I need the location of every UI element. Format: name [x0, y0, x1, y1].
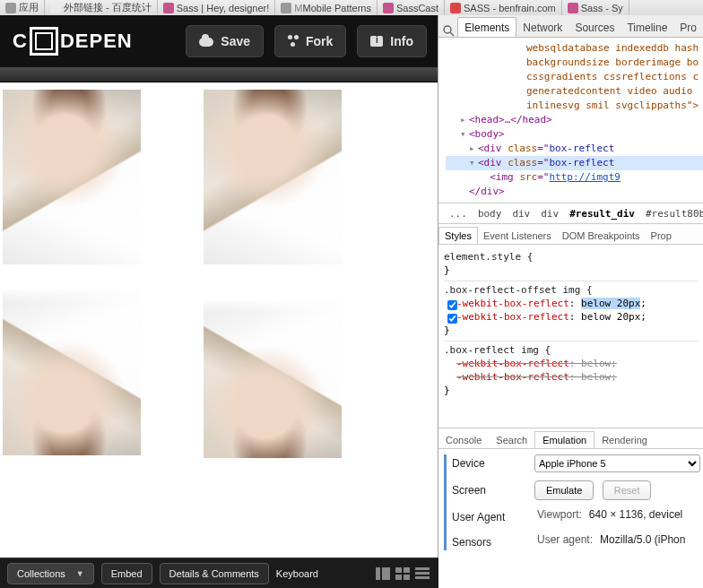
style-property-row[interactable]: -wekbit-box-reflect: below;	[444, 357, 698, 370]
save-button[interactable]: Save	[186, 25, 264, 57]
img-src-link[interactable]: http://imgt9	[550, 171, 621, 183]
property-value-selected[interactable]: below 20px	[581, 298, 640, 309]
browser-tab[interactable]: 外部链接 - 百度统计	[45, 0, 158, 15]
dom-node-body[interactable]: <body>	[469, 128, 505, 140]
reset-button[interactable]: Reset	[603, 480, 652, 500]
tab-dom-breakpoints[interactable]: DOM Breakpoints	[557, 228, 646, 244]
crumb[interactable]: #result80bc2	[646, 208, 703, 220]
portrait-reflection	[204, 300, 342, 458]
favicon-icon	[281, 3, 291, 13]
styles-tab-bar: Styles Event Listeners DOM Breakpoints P…	[438, 224, 703, 245]
dom-attributes-text: websqldatabase indexeddb hash background…	[446, 41, 703, 113]
codepen-logo[interactable]: CDEPEN	[13, 27, 133, 56]
style-property-row[interactable]: -wekbit-box-reflect: below 20px;	[444, 297, 698, 310]
browser-tab-label: Sass - Sy	[581, 3, 623, 13]
disclosure-triangle-icon[interactable]: ▾	[460, 127, 469, 142]
info-button[interactable]: Info	[357, 25, 427, 57]
portrait-image	[3, 90, 141, 264]
favicon-icon	[568, 3, 578, 13]
property-value: below	[581, 371, 611, 383]
tab-event-listeners[interactable]: Event Listeners	[478, 228, 557, 244]
property-name[interactable]: -webkit-box-reflect	[456, 311, 569, 323]
style-property-row[interactable]: -webkit-box-reflect: below;	[444, 370, 698, 384]
favicon-icon	[450, 3, 461, 13]
caret-down-icon: ▼	[76, 569, 84, 578]
crumb[interactable]: div	[541, 208, 559, 220]
button-label: Save	[221, 34, 250, 48]
crumb-selected[interactable]: #result_div	[569, 208, 635, 220]
dom-node-head[interactable]: <head>…</head>	[469, 114, 552, 125]
tab-sources[interactable]: Sources	[568, 18, 621, 37]
tab-properties[interactable]: Prop	[646, 228, 677, 244]
button-label: Fork	[306, 34, 333, 48]
embed-button[interactable]: Embed	[101, 563, 152, 584]
layout-split-icon[interactable]	[376, 567, 390, 580]
favicon-icon	[383, 3, 394, 13]
property-name: -wekbit-box-reflect	[456, 358, 569, 369]
browser-tab[interactable]: SassCast	[378, 0, 445, 15]
keyboard-button[interactable]: Keyboard	[276, 564, 327, 584]
details-comments-button[interactable]: Details & Comments	[160, 563, 269, 584]
tab-elements[interactable]: Elements	[457, 17, 516, 37]
result-pane	[0, 82, 438, 558]
tab-styles[interactable]: Styles	[438, 227, 478, 244]
dom-node-img[interactable]: <img src="http://imgt9	[446, 170, 703, 185]
fork-icon	[288, 35, 299, 48]
browser-tab-label: SASS - benfrain.com	[464, 3, 556, 13]
tab-network[interactable]: Network	[516, 18, 568, 37]
fork-button[interactable]: Fork	[274, 25, 346, 57]
favicon-icon	[163, 3, 174, 13]
emulation-panel: Device Apple iPhone 5 Screen Emulate Res…	[438, 449, 703, 558]
button-label: Info	[390, 34, 413, 48]
browser-tab-label: Sass | Hey, designer!	[177, 3, 270, 13]
property-name[interactable]: -wekbit-box-reflect	[456, 298, 569, 309]
tab-console[interactable]: Console	[438, 432, 489, 448]
crumb[interactable]: body	[478, 208, 502, 220]
style-rule-selector[interactable]: element.style {	[444, 250, 698, 264]
tab-search[interactable]: Search	[489, 432, 534, 448]
disclosure-triangle-icon[interactable]: ▸	[460, 113, 469, 127]
dom-node-close: </div>	[469, 186, 505, 197]
property-toggle-checkbox[interactable]	[447, 314, 457, 324]
dom-tree[interactable]: websqldatabase indexeddb hash background…	[438, 38, 703, 203]
button-label: Keyboard	[276, 568, 318, 579]
portrait-image	[204, 90, 342, 264]
browser-tab-label: Mobile Patterns	[303, 3, 371, 13]
property-toggle-checkbox[interactable]	[447, 300, 457, 310]
browser-tab[interactable]: Sass - Sy	[562, 0, 629, 15]
crumb[interactable]: ...	[449, 208, 467, 220]
tab-rendering[interactable]: Rendering	[595, 432, 655, 448]
device-select[interactable]: Apple iPhone 5	[534, 454, 700, 472]
browser-tab[interactable]: Sass | Hey, designer!	[158, 0, 276, 15]
crumb[interactable]: div	[512, 208, 530, 220]
codepen-top-bar: CDEPEN Save Fork Info	[0, 15, 438, 67]
style-rule-selector[interactable]: .box-reflect-offset img {	[444, 283, 698, 297]
collections-button[interactable]: Collections▼	[7, 563, 94, 584]
browser-tab[interactable]: M Mobile Patterns	[275, 0, 378, 15]
browser-tab-label: 应用	[19, 1, 39, 14]
style-rule-close: }	[444, 264, 698, 277]
codepen-bottom-bar: Collections▼ Embed Details & Comments Ke…	[0, 558, 438, 588]
property-value: below	[581, 358, 611, 369]
style-rule-selector[interactable]: .box-reflect img {	[444, 343, 698, 357]
disclosure-triangle-icon[interactable]: ▾	[469, 156, 478, 170]
tab-timeline[interactable]: Timeline	[621, 18, 673, 37]
layout-grid-icon[interactable]	[395, 567, 410, 580]
label-user-agent: User Agent	[452, 511, 534, 523]
browser-tab-strip: 应用 外部链接 - 百度统计 Sass | Hey, designer! M M…	[0, 0, 703, 15]
browser-tab[interactable]: 应用	[0, 0, 45, 15]
property-value[interactable]: below 20px	[581, 311, 640, 323]
dom-node-selected[interactable]: ▾<div class="box-reflect	[446, 156, 703, 170]
disclosure-triangle-icon[interactable]: ▸	[469, 142, 478, 156]
browser-tab[interactable]: SASS - benfrain.com	[445, 0, 562, 15]
tab-profiles[interactable]: Pro	[673, 18, 703, 37]
layout-list-icon[interactable]	[415, 567, 430, 580]
emulate-button[interactable]: Emulate	[534, 480, 594, 500]
devtools-tab-bar: Elements Network Sources Timeline Pro	[438, 15, 703, 38]
info-icon	[370, 36, 383, 47]
search-icon[interactable]	[438, 24, 457, 37]
style-property-row[interactable]: -webkit-box-reflect: below 20px;	[444, 310, 698, 324]
user-agent-key: User agent:	[537, 533, 593, 546]
styles-panel[interactable]: element.style { } .box-reflect-offset im…	[438, 245, 703, 404]
tab-emulation[interactable]: Emulation	[534, 431, 595, 448]
